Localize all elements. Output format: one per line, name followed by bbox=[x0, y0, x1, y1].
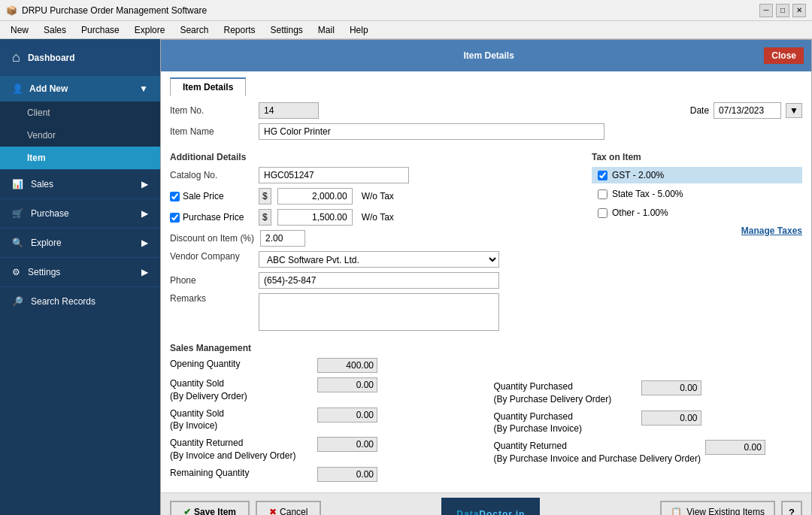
tax-other-checkbox[interactable] bbox=[598, 208, 607, 218]
tax-gst-checkbox[interactable] bbox=[598, 171, 607, 180]
qty-returned-purchase-input[interactable] bbox=[705, 440, 765, 455]
qty-returned-input[interactable] bbox=[317, 437, 377, 452]
date-input[interactable] bbox=[714, 102, 781, 119]
item-name-input[interactable] bbox=[259, 123, 604, 140]
menu-purchase[interactable]: Purchase bbox=[74, 23, 127, 37]
qty-sold-delivery-row: Quantity Sold (By Delivery Order) bbox=[170, 377, 479, 403]
maximize-button[interactable]: □ bbox=[776, 4, 789, 17]
help-button[interactable]: ? bbox=[781, 501, 802, 515]
qty-purchased-invoice-sub: (By Purchase Invoice) bbox=[494, 423, 637, 435]
view-existing-items-button[interactable]: 📋 View Existing Items bbox=[660, 501, 775, 515]
sidebar-item-vendor[interactable]: Vendor bbox=[0, 124, 160, 147]
qty-purchased-delivery-label: Quantity Purchased bbox=[494, 380, 637, 393]
remaining-quantity-input[interactable] bbox=[317, 467, 377, 482]
tax-item-other[interactable]: Other - 1.00% bbox=[592, 204, 802, 221]
qty-sold-invoice-input[interactable] bbox=[317, 407, 377, 423]
phone-input[interactable] bbox=[259, 272, 499, 289]
close-button[interactable]: Close bbox=[764, 47, 804, 64]
qty-returned-label: Quantity Returned bbox=[170, 437, 313, 450]
sidebar-item-client[interactable]: Client bbox=[0, 101, 160, 124]
qty-purchased-invoice-input[interactable] bbox=[641, 410, 701, 426]
catalog-no-label: Catalog No. bbox=[170, 170, 253, 180]
catalog-no-input[interactable] bbox=[259, 167, 409, 183]
brand-text1: Data bbox=[456, 509, 479, 515]
purchase-price-note: W/o Tax bbox=[362, 212, 394, 223]
tax-item-state[interactable]: State Tax - 5.00% bbox=[592, 186, 802, 202]
opening-quantity-input[interactable] bbox=[317, 358, 377, 373]
sale-price-input[interactable] bbox=[277, 188, 353, 204]
vendor-company-select[interactable]: ABC Software Pvt. Ltd. bbox=[259, 251, 499, 268]
sidebar-addnew[interactable]: 👤 Add New ▼ bbox=[0, 76, 160, 101]
purchase-chevron-icon: ▶ bbox=[141, 208, 148, 219]
item-name-label: Item Name bbox=[170, 126, 253, 137]
item-no-label: Item No. bbox=[170, 105, 253, 116]
tax-item-gst[interactable]: GST - 2.00% bbox=[592, 167, 802, 183]
menu-sales[interactable]: Sales bbox=[36, 23, 74, 37]
phone-label: Phone bbox=[170, 275, 253, 286]
explore-label: Explore bbox=[31, 238, 62, 248]
tab-bar: Item Details bbox=[170, 77, 802, 96]
menu-search[interactable]: Search bbox=[172, 23, 216, 37]
menu-mail[interactable]: Mail bbox=[311, 23, 342, 37]
purchase-price-checkbox[interactable] bbox=[170, 213, 180, 223]
tax-state-checkbox[interactable] bbox=[598, 189, 607, 199]
date-label: Date bbox=[690, 105, 709, 116]
chevron-down-icon: ▼ bbox=[139, 83, 148, 94]
brand-text2: Doctor.in bbox=[479, 509, 525, 515]
sidebar-item-item[interactable]: Item bbox=[0, 147, 160, 169]
date-picker-button[interactable]: ▼ bbox=[786, 103, 802, 118]
cancel-label: Cancel bbox=[280, 507, 308, 515]
content-area: Item Details Close Item Details Item No.… bbox=[160, 39, 812, 515]
purchase-price-input[interactable] bbox=[277, 209, 353, 226]
qty-purchased-delivery-input[interactable] bbox=[641, 380, 701, 395]
view-existing-label: View Existing Items bbox=[686, 507, 765, 515]
sidebar-item-settings[interactable]: ⚙ Settings ▶ bbox=[0, 257, 160, 286]
addnew-icon: 👤 bbox=[12, 83, 23, 94]
sidebar-item-purchase[interactable]: 🛒 Purchase ▶ bbox=[0, 198, 160, 228]
window-close-button[interactable]: ✕ bbox=[792, 4, 806, 17]
tab-item-details[interactable]: Item Details bbox=[170, 77, 246, 96]
qty-returned-sub: (By Invoice and Delivery Order) bbox=[170, 450, 313, 462]
brand-badge: DataDoctor.in bbox=[441, 498, 540, 515]
vendor-company-label: Vendor Company bbox=[170, 251, 253, 262]
qty-sold-delivery-input[interactable] bbox=[317, 377, 377, 392]
menu-new[interactable]: New bbox=[3, 23, 36, 37]
sales-label: Sales bbox=[31, 179, 53, 189]
footer-bar: ✔ Save Item ✖ Cancel DataDoctor.in 📋 Vie… bbox=[161, 492, 811, 515]
dashboard-label: Dashboard bbox=[28, 53, 75, 63]
menu-help[interactable]: Help bbox=[342, 23, 376, 37]
save-check-icon: ✔ bbox=[183, 507, 191, 515]
purchase-price-currency: $ bbox=[259, 209, 271, 226]
qty-sold-invoice-sub: (By Invoice) bbox=[170, 420, 313, 432]
menu-bar: New Sales Purchase Explore Search Report… bbox=[0, 21, 812, 39]
qty-returned-purchase-label: Quantity Returned bbox=[494, 440, 701, 453]
footer-left-buttons: ✔ Save Item ✖ Cancel bbox=[170, 501, 321, 515]
menu-settings[interactable]: Settings bbox=[263, 23, 311, 37]
sidebar-item-sales[interactable]: 📊 Sales ▶ bbox=[0, 169, 160, 198]
save-item-button[interactable]: ✔ Save Item bbox=[170, 501, 250, 515]
menu-explore[interactable]: Explore bbox=[127, 23, 173, 37]
menu-reports[interactable]: Reports bbox=[216, 23, 262, 37]
sidebar-item-search-records[interactable]: 🔎 Search Records bbox=[0, 286, 160, 316]
settings-label: Settings bbox=[28, 267, 60, 277]
qty-purchased-invoice-label: Quantity Purchased bbox=[494, 410, 637, 423]
purchase-icon: 🛒 bbox=[12, 208, 23, 219]
settings-icon: ⚙ bbox=[12, 267, 20, 277]
remarks-textarea[interactable] bbox=[259, 293, 499, 331]
addnew-label: Add New bbox=[29, 83, 68, 94]
tax-on-item-header: Tax on Item bbox=[592, 152, 802, 162]
manage-taxes-link[interactable]: Manage Taxes bbox=[592, 226, 802, 236]
discount-input[interactable] bbox=[260, 230, 305, 247]
item-no-input[interactable] bbox=[259, 102, 319, 119]
sidebar-dashboard[interactable]: ⌂ Dashboard bbox=[0, 39, 160, 76]
tax-gst-label: GST - 2.00% bbox=[612, 170, 664, 180]
qty-sold-invoice-row: Quantity Sold (By Invoice) bbox=[170, 407, 479, 433]
minimize-button[interactable]: ─ bbox=[759, 4, 773, 17]
qty-returned-purchase-row: Quantity Returned (By Purchase Invoice a… bbox=[494, 440, 803, 465]
dashboard-icon: ⌂ bbox=[12, 50, 20, 65]
cancel-button[interactable]: ✖ Cancel bbox=[256, 501, 321, 515]
opening-quantity-label: Opening Quantity bbox=[170, 358, 313, 371]
tax-state-label: State Tax - 5.00% bbox=[612, 189, 683, 199]
sidebar-item-explore[interactable]: 🔍 Explore ▶ bbox=[0, 228, 160, 257]
sale-price-checkbox[interactable] bbox=[170, 192, 180, 201]
